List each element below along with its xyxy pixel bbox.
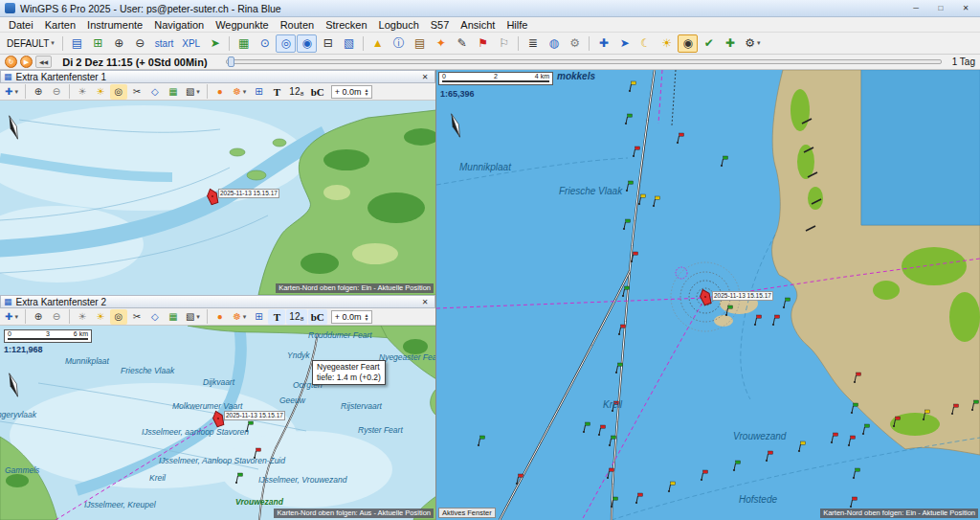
- edit-nodes-button[interactable]: ◇: [146, 84, 164, 100]
- fontsize-toggle-button[interactable]: 12₈: [286, 309, 306, 325]
- compass-button[interactable]: ◎: [276, 34, 296, 53]
- light-off-icon: ☀: [78, 86, 86, 97]
- new-route-button[interactable]: ▤: [67, 34, 87, 53]
- panel2-header[interactable]: ▦ Extra Kartenfenster 2 ✕: [0, 295, 435, 308]
- minimize-button[interactable]: ─: [906, 2, 925, 14]
- title-bar: WinGPS 6 Pro 2025 - User: ps@peter-suter…: [0, 0, 980, 17]
- menu-item-karten[interactable]: Karten: [39, 19, 81, 31]
- pan-button[interactable]: ✚: [2, 309, 21, 325]
- altitude-spinner[interactable]: + 0.0m ▲▼: [331, 310, 373, 324]
- split-view-button[interactable]: ⊟: [318, 34, 338, 53]
- compass-icon: ◎: [280, 36, 290, 50]
- close-button[interactable]: ✕: [956, 2, 975, 14]
- sync-time-button[interactable]: ↻: [5, 56, 17, 68]
- menu-item-wegpunkte[interactable]: Wegpunkte: [210, 19, 274, 31]
- grid-button[interactable]: ▦: [165, 309, 182, 325]
- white-flag-button[interactable]: ⚐: [494, 34, 514, 53]
- zoom-in-button[interactable]: ⊕: [30, 309, 47, 325]
- menu-item-s57[interactable]: S57: [425, 19, 456, 31]
- overlay-button[interactable]: ▧: [339, 34, 359, 53]
- track-button[interactable]: ➤: [614, 34, 635, 53]
- profile-select[interactable]: DEFAULT: [3, 34, 58, 53]
- zoom-in-button[interactable]: ⊕: [109, 34, 129, 53]
- spin-down-icon[interactable]: ▼: [364, 317, 368, 321]
- panel1-header[interactable]: ▦ Extra Kartenfenster 1 ✕: [0, 70, 435, 83]
- globe-button[interactable]: ◍: [544, 34, 564, 53]
- depth-toggle-button[interactable]: bC: [308, 309, 327, 325]
- red-flag-button[interactable]: ⚑: [473, 34, 493, 53]
- night-mode-button[interactable]: ☾: [635, 34, 656, 53]
- text-toggle-button[interactable]: T: [268, 84, 285, 100]
- menu-item-routen[interactable]: Routen: [275, 19, 320, 31]
- start-button[interactable]: start: [151, 34, 177, 53]
- light-on-button[interactable]: ☀: [92, 309, 109, 325]
- instruments-button[interactable]: ⊙: [255, 34, 275, 53]
- close-icon: ✕: [422, 298, 429, 306]
- play-time-button[interactable]: ▶: [20, 56, 33, 68]
- backlight-button[interactable]: ☀: [657, 34, 677, 53]
- time-slider-thumb[interactable]: [228, 57, 234, 67]
- panel2-close-button[interactable]: ✕: [418, 298, 432, 306]
- scissors-button[interactable]: ✂: [128, 84, 145, 100]
- center-position-button[interactable]: ●: [212, 309, 229, 325]
- follow-target-button[interactable]: ◎: [110, 84, 127, 100]
- edit-nodes-button[interactable]: ◇: [146, 309, 164, 325]
- main-chart-window[interactable]: mokkelsMunnikplaatFriesche VlaakKreilVro…: [436, 70, 980, 520]
- tools-button[interactable]: ⚙: [565, 34, 585, 53]
- north-up-button[interactable]: ⊞: [250, 309, 267, 325]
- add-waypoint-button[interactable]: ✚: [720, 34, 740, 53]
- pan-button[interactable]: ✚: [2, 84, 21, 100]
- grid-button[interactable]: ▦: [165, 84, 182, 100]
- spin-down-icon[interactable]: ▼: [364, 92, 368, 96]
- grid-icon: ▦: [168, 311, 177, 322]
- panel1-close-button[interactable]: ✕: [418, 73, 432, 81]
- confirm-button[interactable]: ✔: [699, 34, 719, 53]
- xpl-button[interactable]: XPL: [178, 34, 204, 53]
- print-button[interactable]: ≣: [523, 34, 543, 53]
- zoom-out-button[interactable]: ⊖: [48, 84, 65, 100]
- follow-target-button[interactable]: ◎: [110, 309, 127, 325]
- north-up-button[interactable]: ⊞: [250, 84, 267, 100]
- compass-rose-button[interactable]: ☸: [230, 84, 249, 100]
- follow-route-button[interactable]: ➤: [205, 34, 225, 53]
- maximize-button[interactable]: □: [931, 2, 950, 14]
- center-ship-button[interactable]: ◉: [297, 34, 317, 53]
- light-off-button[interactable]: ☀: [74, 309, 91, 325]
- time-slider[interactable]: [226, 59, 942, 64]
- menu-item-navigation[interactable]: Navigation: [148, 19, 210, 31]
- alarm-button[interactable]: ▲: [368, 34, 388, 53]
- chart-overview-button[interactable]: ⊞: [88, 34, 108, 53]
- fontsize-toggle-button[interactable]: 12₈: [286, 84, 306, 100]
- menu-item-hilfe[interactable]: Hilfe: [501, 19, 533, 31]
- menu-item-strecken[interactable]: Strecken: [320, 19, 372, 31]
- chart-manager-button[interactable]: ▦: [234, 34, 254, 53]
- light-off-button[interactable]: ☀: [74, 84, 91, 100]
- menu-item-datei[interactable]: Datei: [3, 19, 39, 31]
- info-button[interactable]: ⓘ: [389, 34, 409, 53]
- almanac-button[interactable]: ✦: [431, 34, 451, 53]
- center-position-button[interactable]: ●: [212, 84, 229, 100]
- zoom-in-button[interactable]: ⊕: [30, 84, 47, 100]
- light-on-button[interactable]: ☀: [92, 84, 109, 100]
- compass-rose-button[interactable]: ☸: [230, 309, 249, 325]
- depth-toggle-button[interactable]: bC: [308, 84, 327, 100]
- gps-center-button[interactable]: ◉: [678, 34, 698, 53]
- scissors-button[interactable]: ✂: [128, 309, 145, 325]
- skip-start-button[interactable]: ◀◀: [35, 56, 52, 68]
- panel1-map[interactable]: 2025-11-13 15.15.17 Karten-Nord oben fol…: [0, 101, 435, 295]
- zoom-out-button[interactable]: ⊖: [48, 309, 65, 325]
- text-toggle-button[interactable]: T: [268, 309, 285, 325]
- layers-button[interactable]: ▧: [183, 84, 203, 100]
- altitude-spinner[interactable]: + 0.0m ▲▼: [331, 85, 373, 99]
- settings-button[interactable]: ⚙: [741, 34, 764, 53]
- zoom-out-button[interactable]: ⊖: [130, 34, 150, 53]
- notes-button[interactable]: ✎: [452, 34, 472, 53]
- panel2-map[interactable]: Rouddumer FeartYndykMunnikplaatFluessenF…: [0, 326, 435, 520]
- ship-position-label: 2025-11-13 15.15.17: [224, 411, 285, 420]
- layers-button[interactable]: ▧: [183, 309, 203, 325]
- menu-item-instrumente[interactable]: Instrumente: [81, 19, 148, 31]
- menu-item-ansicht[interactable]: Ansicht: [455, 19, 501, 31]
- menu-item-logbuch[interactable]: Logbuch: [373, 19, 425, 31]
- pan-tool-button[interactable]: ✚: [593, 34, 613, 53]
- logbook-button[interactable]: ▤: [410, 34, 430, 53]
